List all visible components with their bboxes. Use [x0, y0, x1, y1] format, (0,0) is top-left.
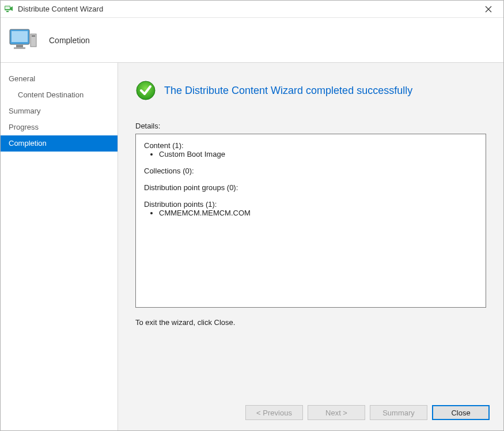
- sidebar-item-content-destination[interactable]: Content Destination: [1, 87, 118, 103]
- sidebar-item-completion[interactable]: Completion: [1, 135, 118, 152]
- details-box: Content (1):Custom Boot ImageCollections…: [135, 134, 486, 308]
- details-section: Content (1):Custom Boot Image: [144, 141, 478, 158]
- content-area: The Distribute Content Wizard completed …: [118, 63, 503, 398]
- details-section-title: Collections (0):: [144, 167, 478, 175]
- details-section: Collections (0):: [144, 167, 478, 175]
- details-section: Distribution points (1):CMMEMCM.MEMCM.CO…: [144, 200, 478, 217]
- svg-point-9: [137, 81, 155, 100]
- monitor-icon: [9, 28, 39, 53]
- app-icon: [4, 5, 13, 14]
- wizard-header: Completion: [1, 18, 503, 63]
- details-section-title: Distribution points (1):: [144, 200, 478, 209]
- svg-rect-4: [12, 31, 28, 42]
- exit-instruction: To exit the wizard, click Close.: [135, 318, 486, 327]
- window-title: Distribute Content Wizard: [18, 5, 477, 13]
- button-row: < Previous Next > Summary Close: [118, 398, 503, 430]
- svg-rect-8: [32, 35, 35, 37]
- details-section-list: CMMEMCM.MEMCM.COM: [144, 209, 478, 217]
- details-section-item: Custom Boot Image: [159, 150, 478, 158]
- wizard-sidebar: GeneralContent DestinationSummaryProgres…: [1, 63, 118, 430]
- svg-rect-5: [16, 45, 23, 47]
- page-title: Completion: [49, 36, 90, 45]
- details-label: Details:: [135, 122, 486, 130]
- wizard-body: GeneralContent DestinationSummaryProgres…: [1, 63, 503, 430]
- titlebar: Distribute Content Wizard: [1, 1, 503, 18]
- sidebar-item-general[interactable]: General: [1, 71, 118, 87]
- close-button[interactable]: Close: [432, 405, 490, 420]
- svg-rect-6: [14, 47, 25, 49]
- sidebar-item-progress[interactable]: Progress: [1, 119, 118, 135]
- details-section: Distribution point groups (0):: [144, 183, 478, 192]
- details-section-item: CMMEMCM.MEMCM.COM: [159, 209, 478, 217]
- previous-button: < Previous: [245, 405, 303, 420]
- success-message: The Distribute Content Wizard completed …: [164, 85, 412, 97]
- svg-rect-1: [5, 6, 10, 9]
- close-icon[interactable]: [477, 1, 500, 17]
- success-row: The Distribute Content Wizard completed …: [135, 80, 486, 101]
- next-button: Next >: [308, 405, 365, 420]
- success-check-icon: [135, 80, 156, 101]
- svg-rect-2: [6, 11, 9, 12]
- summary-button: Summary: [370, 405, 427, 420]
- details-section-title: Content (1):: [144, 141, 478, 150]
- sidebar-item-summary[interactable]: Summary: [1, 103, 118, 119]
- details-section-title: Distribution point groups (0):: [144, 183, 478, 192]
- wizard-main: The Distribute Content Wizard completed …: [118, 63, 503, 430]
- details-section-list: Custom Boot Image: [144, 150, 478, 158]
- wizard-window: Distribute Content Wizard Completion Gen…: [0, 0, 504, 431]
